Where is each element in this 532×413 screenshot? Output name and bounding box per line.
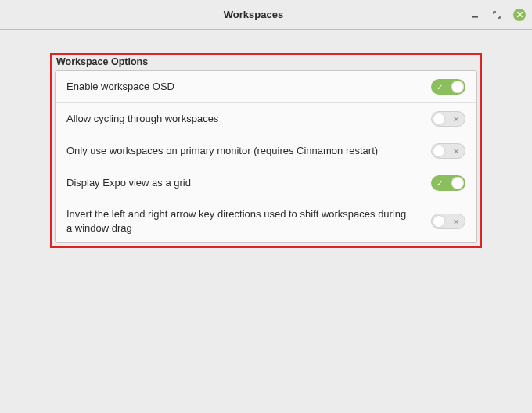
option-row: Allow cycling through workspaces✕: [56, 102, 476, 135]
maximize-icon: [493, 11, 501, 19]
svg-rect-0: [472, 16, 478, 18]
toggle-knob: [433, 145, 445, 157]
check-icon: ✓: [437, 179, 443, 188]
minimize-button[interactable]: [469, 9, 480, 20]
option-label: Display Expo view as a grid: [66, 176, 431, 190]
x-icon: ✕: [453, 147, 459, 156]
option-label: Enable workspace OSD: [66, 80, 431, 94]
workspace-options-highlight: Workspace Options Enable workspace OSD✓A…: [50, 53, 482, 248]
toggle-knob: [451, 177, 464, 189]
option-toggle[interactable]: ✕: [431, 143, 466, 159]
group-title: Workspace Options: [55, 55, 149, 69]
options-box: Enable workspace OSD✓Allow cycling throu…: [55, 70, 477, 243]
option-row: Display Expo view as a grid✓: [56, 167, 476, 199]
option-row: Enable workspace OSD✓: [56, 71, 476, 102]
option-toggle[interactable]: ✕: [431, 214, 466, 229]
titlebar: Workspaces: [0, 0, 532, 30]
option-row: Only use workspaces on primary monitor (…: [56, 135, 476, 167]
option-toggle[interactable]: ✕: [431, 111, 466, 127]
check-icon: ✓: [437, 83, 443, 92]
minimize-icon: [471, 11, 479, 19]
toggle-knob: [433, 113, 445, 125]
window-controls: [469, 9, 526, 21]
toggle-knob: [433, 215, 445, 228]
option-toggle[interactable]: ✓: [431, 79, 466, 95]
window-title: Workspaces: [38, 9, 469, 20]
option-label: Allow cycling through workspaces: [66, 112, 431, 126]
toggle-knob: [451, 81, 464, 93]
close-icon: [516, 11, 523, 18]
maximize-button[interactable]: [491, 9, 502, 20]
x-icon: ✕: [453, 115, 459, 124]
content-area: Workspace Options Enable workspace OSD✓A…: [0, 30, 532, 248]
option-label: Invert the left and right arrow key dire…: [66, 207, 431, 235]
option-toggle[interactable]: ✓: [431, 175, 466, 191]
close-button[interactable]: [513, 9, 526, 21]
option-row: Invert the left and right arrow key dire…: [56, 199, 476, 242]
x-icon: ✕: [453, 217, 459, 225]
option-label: Only use workspaces on primary monitor (…: [66, 144, 431, 158]
